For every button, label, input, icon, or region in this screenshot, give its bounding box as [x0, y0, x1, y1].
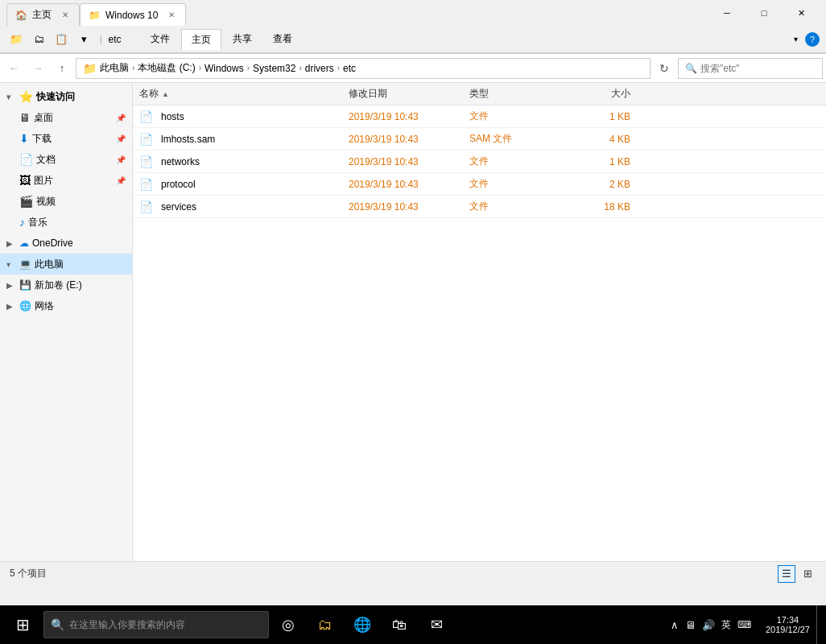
- system-tray: ∧ 🖥 🔊 英 ⌨: [663, 617, 759, 634]
- file-size: 1 KB: [550, 111, 630, 122]
- quick-new-folder[interactable]: 🗂: [29, 30, 48, 49]
- file-date: 2019/3/19 10:43: [349, 179, 469, 190]
- tray-volume[interactable]: 🔊: [700, 617, 717, 633]
- minimize-button[interactable]: ─: [708, 0, 745, 26]
- col-header-type[interactable]: 类型: [469, 87, 550, 101]
- sidebar-this-pc[interactable]: ▾ 💻 此电脑: [0, 254, 132, 275]
- onedrive-label: OneDrive: [32, 237, 126, 249]
- col-header-size[interactable]: 大小: [550, 87, 630, 101]
- refresh-btn[interactable]: ↻: [654, 58, 675, 79]
- ribbon-collapse-btn[interactable]: ▾: [786, 30, 805, 49]
- maximize-button[interactable]: □: [745, 0, 783, 26]
- search-input[interactable]: [700, 63, 816, 74]
- file-icon: 📄: [139, 155, 153, 168]
- task-edge[interactable]: 🌐: [345, 605, 380, 644]
- file-date: 2019/3/19 10:43: [349, 111, 469, 122]
- table-row[interactable]: 📄 services 2019/3/19 10:43 文件 18 KB: [133, 196, 826, 218]
- table-row[interactable]: 📄 lmhosts.sam 2019/3/19 10:43 SAM 文件 4 K…: [133, 128, 826, 151]
- ribbon-tab-share[interactable]: 共享: [223, 29, 262, 50]
- taskbar-search-icon: 🔍: [51, 618, 64, 631]
- show-desktop-btn[interactable]: [816, 605, 823, 644]
- ribbon-tab-view[interactable]: 查看: [263, 29, 302, 50]
- sidebar-quick-access[interactable]: ▾ ⭐ 快速访问: [0, 86, 132, 107]
- title-bar: 🏠 主页 ✕ 📁 Windows 10 ✕ ─ □ ✕: [0, 0, 826, 26]
- quick-toolbar: 📁 🗂 📋 ▾ | etc 文件 主页 共享 查看: [0, 26, 826, 53]
- title-bar-tabs: 🏠 主页 ✕ 📁 Windows 10 ✕: [6, 0, 708, 26]
- path-drivers[interactable]: drivers: [305, 63, 334, 74]
- view-details-btn[interactable]: ☰: [778, 565, 795, 583]
- sidebar-item-desktop[interactable]: 🖥 桌面 📌: [0, 107, 132, 128]
- col-header-name[interactable]: 名称 ▲: [139, 87, 349, 101]
- file-size: 1 KB: [550, 156, 630, 167]
- table-row[interactable]: 📄 networks 2019/3/19 10:43 文件 1 KB: [133, 151, 826, 173]
- tab-home[interactable]: 🏠 主页 ✕: [6, 3, 80, 26]
- nav-up[interactable]: ↑: [52, 58, 72, 79]
- task-store-icon: 🛍: [392, 617, 407, 634]
- address-path[interactable]: 📁 此电脑 › 本地磁盘 (C:) › Windows › System32 ›…: [76, 58, 650, 79]
- sidebar-item-music[interactable]: ♪ 音乐: [0, 212, 132, 233]
- desktop-icon: 🖥: [19, 111, 31, 124]
- tab-win10[interactable]: 📁 Windows 10 ✕: [80, 3, 186, 26]
- taskbar-search[interactable]: 🔍 在这里输入你要搜索的内容: [43, 611, 269, 638]
- taskbar-right: ∧ 🖥 🔊 英 ⌨ 17:34 2019/12/27: [663, 605, 823, 644]
- file-type: SAM 文件: [469, 132, 550, 146]
- downloads-label: 下载: [32, 132, 113, 146]
- sidebar-network[interactable]: ▶ 🌐 网络: [0, 295, 132, 316]
- this-pc-label: 此电脑: [35, 258, 126, 271]
- sidebar-item-downloads[interactable]: ⬇ 下载 📌: [0, 128, 132, 149]
- clock-date: 2019/12/27: [766, 625, 810, 634]
- pictures-pin: 📌: [116, 176, 126, 185]
- path-system32[interactable]: System32: [253, 63, 295, 74]
- nav-back[interactable]: ←: [3, 58, 24, 79]
- sidebar-item-pictures[interactable]: 🖼 图片 📌: [0, 170, 132, 191]
- ribbon-tab-file[interactable]: 文件: [141, 29, 180, 50]
- ribbon-toggle-area: ▾ ?: [786, 30, 820, 49]
- view-large-icons-btn[interactable]: ⊞: [799, 565, 816, 583]
- quick-access-icon: ⭐: [19, 90, 33, 103]
- tray-ime[interactable]: 英: [720, 617, 733, 634]
- tab-home-close[interactable]: ✕: [60, 10, 71, 20]
- path-etc[interactable]: etc: [343, 63, 356, 74]
- tray-keyboard[interactable]: ⌨: [736, 617, 753, 632]
- task-file-explorer-icon: 🗂: [318, 617, 332, 634]
- videos-icon: 🎬: [19, 195, 33, 208]
- address-bar: ← → ↑ 📁 此电脑 › 本地磁盘 (C:) › Windows › Syst…: [0, 54, 826, 83]
- table-row[interactable]: 📄 hosts 2019/3/19 10:43 文件 1 KB: [133, 105, 826, 128]
- tray-chevron[interactable]: ∧: [669, 617, 680, 633]
- sidebar-onedrive[interactable]: ▶ ☁ OneDrive: [0, 233, 132, 254]
- path-thispc[interactable]: 此电脑: [100, 61, 129, 75]
- quick-bar-label: etc: [109, 34, 122, 45]
- music-label: 音乐: [28, 216, 126, 229]
- search-box[interactable]: 🔍: [678, 58, 823, 79]
- close-button[interactable]: ✕: [783, 0, 820, 26]
- ribbon-tab-home[interactable]: 主页: [181, 29, 221, 50]
- tab-win10-close[interactable]: ✕: [166, 10, 177, 20]
- clock[interactable]: 17:34 2019/12/27: [759, 605, 816, 644]
- path-windows[interactable]: Windows: [204, 63, 244, 74]
- task-store[interactable]: 🛍: [382, 605, 417, 644]
- task-view-btn[interactable]: ◎: [271, 605, 306, 644]
- tab-win10-label: Windows 10: [105, 10, 158, 21]
- videos-label: 视频: [36, 195, 126, 208]
- task-file-explorer[interactable]: 🗂: [308, 605, 343, 644]
- sidebar-item-documents[interactable]: 📄 文档 📌: [0, 149, 132, 170]
- path-drive[interactable]: 本地磁盘 (C:): [138, 61, 195, 75]
- task-mail[interactable]: ✉: [419, 605, 454, 644]
- quick-folder-icon: 📁: [6, 30, 26, 49]
- sidebar-item-videos[interactable]: 🎬 视频: [0, 191, 132, 212]
- documents-icon: 📄: [19, 153, 33, 166]
- sidebar-new-vol[interactable]: ▶ 💾 新加卷 (E:): [0, 275, 132, 295]
- task-edge-icon: 🌐: [353, 616, 371, 634]
- quick-properties[interactable]: 📋: [52, 30, 71, 49]
- quick-dropdown[interactable]: ▾: [74, 30, 93, 49]
- taskbar: ⊞ 🔍 在这里输入你要搜索的内容 ◎ 🗂 🌐 🛍 ✉ ∧ 🖥 🔊 英 ⌨ 17:…: [0, 605, 826, 644]
- nav-forward[interactable]: →: [27, 58, 48, 79]
- file-rows-container: 📄 hosts 2019/3/19 10:43 文件 1 KB 📄 lmhost…: [133, 105, 826, 218]
- file-size: 4 KB: [550, 134, 630, 145]
- tray-network[interactable]: 🖥: [684, 617, 697, 633]
- start-button[interactable]: ⊞: [3, 605, 42, 644]
- help-btn[interactable]: ?: [805, 32, 820, 47]
- table-row[interactable]: 📄 protocol 2019/3/19 10:43 文件 2 KB: [133, 173, 826, 196]
- documents-label: 文档: [36, 153, 113, 167]
- col-header-date[interactable]: 修改日期: [349, 87, 469, 101]
